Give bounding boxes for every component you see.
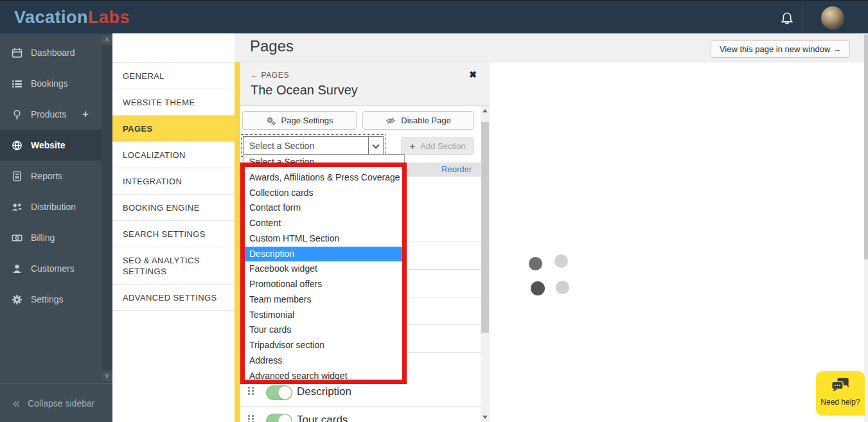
list-icon (12, 78, 22, 89)
add-product-icon[interactable]: + (82, 108, 89, 121)
section-toggle-on[interactable] (266, 414, 292, 422)
page-scrollbar[interactable] (864, 33, 868, 422)
sidebar-item-bookings[interactable]: Bookings (0, 68, 102, 99)
users-icon (12, 202, 22, 213)
website-settings-menu: GENERAL WEBSITE THEME PAGES LOCALIZATION… (112, 33, 235, 422)
menu-item-seo-analytics[interactable]: SEO & ANALYTICS SETTINGS (112, 247, 235, 285)
back-to-pages-link[interactable]: ← PAGES (251, 71, 289, 80)
dropdown-option[interactable]: Contact form (244, 200, 404, 216)
dropdown-option[interactable]: Tour cards (244, 322, 404, 338)
dropdown-option[interactable]: Facebook widget (244, 261, 404, 277)
sidebar-item-billing[interactable]: Billing (0, 222, 102, 253)
panel-body: Page Settings Disable Page Select a Sect… (240, 106, 481, 422)
sidebar-item-distribution[interactable]: Distribution (0, 191, 102, 222)
scrollbar-thumb[interactable] (864, 35, 868, 259)
dropdown-option[interactable]: Content (244, 216, 404, 231)
section-select-dropdown: Select a Section Awards, Affiliations & … (243, 154, 405, 384)
dropdown-option-selected[interactable]: Description (244, 247, 404, 262)
sidebar-item-label: Billing (31, 233, 55, 243)
reorder-link[interactable]: Reorder (441, 164, 472, 174)
drag-handle-icon[interactable] (248, 415, 254, 422)
panel-scrollbar[interactable] (481, 106, 490, 422)
dropdown-option[interactable]: Collection cards (244, 186, 404, 201)
sidebar-item-reports[interactable]: Reports (0, 161, 102, 191)
eye-slash-icon (385, 116, 396, 126)
sidebar: Dashboard Bookings Products + (0, 33, 112, 422)
drag-handle-icon[interactable] (248, 387, 254, 399)
sidebar-item-website[interactable]: Website (0, 130, 102, 161)
view-page-button[interactable]: View this page in new window → (711, 40, 850, 58)
dropdown-option[interactable]: Select a Section (244, 155, 404, 170)
page-settings-button[interactable]: Page Settings (242, 111, 357, 130)
menu-item-advanced-settings[interactable]: ADVANCED SETTINGS (112, 285, 235, 311)
section-row-label: Tour cards (297, 414, 348, 422)
sidebar-item-customers[interactable]: Customers (0, 253, 102, 284)
collapse-sidebar-button[interactable]: « Collapse sidebar (0, 384, 112, 422)
sidebar-item-label: Website (31, 140, 65, 150)
dropdown-option[interactable]: Tripadvisor section (244, 338, 404, 353)
disable-page-button[interactable]: Disable Page (362, 111, 474, 130)
scroll-up-icon[interactable]: ∧ (102, 35, 112, 45)
brand-primary: Vacation (14, 8, 88, 27)
menu-item-search-settings[interactable]: SEARCH SETTINGS (112, 221, 235, 247)
dropdown-option[interactable]: Promotional offers (244, 277, 404, 292)
chevron-down-icon (373, 143, 378, 148)
brand-secondary: Labs (88, 8, 130, 27)
add-section-button[interactable]: + Add Section (401, 137, 474, 155)
dropdown-option[interactable]: Address (244, 353, 404, 369)
plus-icon: + (410, 141, 416, 152)
close-icon[interactable]: ✖ (469, 69, 477, 80)
brand-logo[interactable]: VacationLabs (14, 8, 130, 28)
section-row-tour-cards: Tour cards (240, 407, 481, 422)
menu-item-localization[interactable]: LOCALIZATION (112, 142, 235, 168)
page-title: Pages (250, 37, 294, 55)
sidebar-item-settings[interactable]: Settings (0, 284, 102, 315)
menu-item-pages[interactable]: PAGES (112, 116, 235, 142)
toggle-knob (278, 414, 292, 422)
page-settings-label: Page Settings (281, 116, 333, 125)
sidebar-item-products[interactable]: Products + (0, 99, 102, 130)
section-select[interactable]: Select a Section (243, 136, 384, 155)
banknote-icon (12, 233, 22, 243)
toggle-knob (278, 386, 292, 400)
sidebar-item-label: Dashboard (31, 48, 75, 58)
scroll-down-icon[interactable]: ∨ (102, 371, 112, 381)
panel-accent-border (235, 62, 240, 422)
sidebar-footer-divider (0, 383, 112, 383)
back-label: PAGES (261, 71, 289, 80)
dropdown-option[interactable]: Team members (244, 292, 404, 308)
menu-item-booking-engine[interactable]: BOOKING ENGINE (112, 195, 235, 221)
panel-page-title: The Ocean Survey (251, 83, 358, 98)
section-row-label: Description (297, 385, 351, 398)
dropdown-option[interactable]: Awards, Affiliations & Press Coverage (244, 170, 404, 186)
dropdown-option[interactable]: Custom HTML Section (244, 231, 404, 247)
sidebar-scrollbar[interactable]: ∧ ∨ (102, 33, 112, 382)
sidebar-item-label: Bookings (31, 78, 68, 89)
sidebar-item-label: Distribution (31, 202, 76, 212)
sidebar-item-label: Settings (31, 294, 64, 304)
menu-item-website-theme[interactable]: WEBSITE THEME (112, 89, 235, 116)
sidebar-item-label: Products (31, 109, 66, 119)
person-icon (12, 263, 22, 274)
scrollbar-thumb[interactable] (481, 122, 489, 333)
topbar-divider (802, 1, 802, 35)
disable-page-label: Disable Page (401, 116, 450, 125)
notifications-bell-icon[interactable] (779, 10, 795, 27)
scroll-down-icon[interactable] (481, 412, 490, 422)
scroll-up-icon[interactable] (481, 106, 490, 116)
dropdown-option[interactable]: Testimonial (244, 308, 404, 323)
sidebar-item-dashboard[interactable]: Dashboard (0, 37, 102, 68)
sidebar-item-label: Customers (31, 263, 75, 274)
section-select-value: Select a Section (249, 141, 314, 151)
user-avatar[interactable] (821, 6, 844, 30)
report-icon (12, 171, 22, 182)
select-arrow-box (368, 137, 383, 154)
add-section-label: Add Section (420, 141, 465, 151)
menu-item-general[interactable]: GENERAL (112, 63, 235, 89)
menu-item-integration[interactable]: INTEGRATION (112, 168, 235, 195)
chat-bubbles-icon (816, 377, 865, 396)
section-toggle-on[interactable] (266, 385, 292, 400)
calendar-icon (12, 48, 22, 58)
dropdown-option[interactable]: Advanced search widget (244, 369, 404, 384)
need-help-button[interactable]: Need help? (816, 371, 865, 416)
